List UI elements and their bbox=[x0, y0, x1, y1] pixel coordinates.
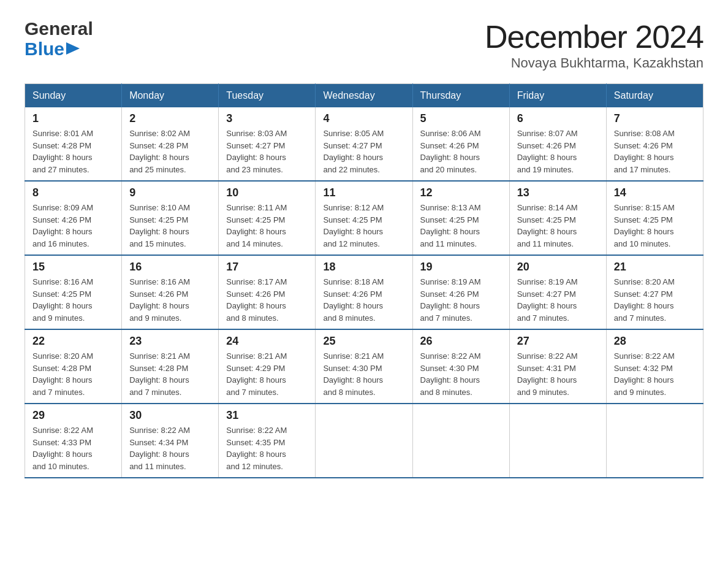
day-number: 15 bbox=[32, 261, 114, 274]
day-info: Sunrise: 8:03 AM Sunset: 4:27 PM Dayligh… bbox=[226, 128, 308, 175]
calendar-cell: 1Sunrise: 8:01 AM Sunset: 4:28 PM Daylig… bbox=[25, 107, 122, 181]
day-number: 10 bbox=[226, 186, 308, 199]
calendar-cell: 22Sunrise: 8:20 AM Sunset: 4:28 PM Dayli… bbox=[25, 329, 122, 404]
day-number: 7 bbox=[614, 112, 696, 125]
week-row-4: 22Sunrise: 8:20 AM Sunset: 4:28 PM Dayli… bbox=[25, 329, 703, 404]
calendar-cell: 17Sunrise: 8:17 AM Sunset: 4:26 PM Dayli… bbox=[219, 255, 316, 329]
calendar-cell: 25Sunrise: 8:21 AM Sunset: 4:30 PM Dayli… bbox=[316, 329, 412, 404]
day-number: 31 bbox=[226, 409, 308, 422]
calendar-cell bbox=[316, 404, 412, 478]
day-info: Sunrise: 8:19 AM Sunset: 4:27 PM Dayligh… bbox=[517, 276, 599, 324]
calendar-cell: 28Sunrise: 8:22 AM Sunset: 4:32 PM Dayli… bbox=[606, 329, 703, 404]
day-number: 9 bbox=[129, 186, 211, 199]
weekday-monday: Monday bbox=[122, 84, 219, 108]
day-info: Sunrise: 8:02 AM Sunset: 4:28 PM Dayligh… bbox=[129, 128, 211, 175]
calendar-cell: 15Sunrise: 8:16 AM Sunset: 4:25 PM Dayli… bbox=[25, 255, 122, 329]
day-number: 3 bbox=[226, 112, 308, 125]
location-title: Novaya Bukhtarma, Kazakhstan bbox=[485, 55, 703, 71]
calendar-cell bbox=[509, 404, 606, 478]
svg-marker-0 bbox=[66, 42, 80, 55]
calendar-cell: 2Sunrise: 8:02 AM Sunset: 4:28 PM Daylig… bbox=[122, 107, 219, 181]
day-info: Sunrise: 8:12 AM Sunset: 4:25 PM Dayligh… bbox=[323, 202, 404, 250]
calendar-cell: 10Sunrise: 8:11 AM Sunset: 4:25 PM Dayli… bbox=[219, 181, 316, 255]
weekday-saturday: Saturday bbox=[606, 84, 703, 108]
day-number: 2 bbox=[129, 112, 211, 125]
weekday-tuesday: Tuesday bbox=[219, 84, 316, 108]
calendar-cell: 6Sunrise: 8:07 AM Sunset: 4:26 PM Daylig… bbox=[509, 107, 606, 181]
weekday-sunday: Sunday bbox=[25, 84, 122, 108]
week-row-5: 29Sunrise: 8:22 AM Sunset: 4:33 PM Dayli… bbox=[25, 404, 703, 478]
day-info: Sunrise: 8:17 AM Sunset: 4:26 PM Dayligh… bbox=[226, 276, 308, 324]
weekday-wednesday: Wednesday bbox=[316, 84, 412, 108]
weekday-row: SundayMondayTuesdayWednesdayThursdayFrid… bbox=[25, 84, 703, 108]
calendar-cell: 31Sunrise: 8:22 AM Sunset: 4:35 PM Dayli… bbox=[219, 404, 316, 478]
day-info: Sunrise: 8:16 AM Sunset: 4:25 PM Dayligh… bbox=[32, 276, 114, 324]
day-info: Sunrise: 8:21 AM Sunset: 4:30 PM Dayligh… bbox=[323, 350, 404, 398]
day-number: 30 bbox=[129, 409, 211, 422]
day-info: Sunrise: 8:11 AM Sunset: 4:25 PM Dayligh… bbox=[226, 202, 308, 250]
day-number: 29 bbox=[32, 409, 114, 422]
day-info: Sunrise: 8:09 AM Sunset: 4:26 PM Dayligh… bbox=[32, 202, 114, 250]
calendar-cell: 21Sunrise: 8:20 AM Sunset: 4:27 PM Dayli… bbox=[606, 255, 703, 329]
day-info: Sunrise: 8:22 AM Sunset: 4:31 PM Dayligh… bbox=[517, 350, 599, 398]
day-info: Sunrise: 8:20 AM Sunset: 4:27 PM Dayligh… bbox=[614, 276, 696, 324]
page-header: General Blue December 2024 Novaya Bukhta… bbox=[25, 18, 703, 71]
day-info: Sunrise: 8:22 AM Sunset: 4:34 PM Dayligh… bbox=[129, 424, 211, 472]
calendar-cell: 29Sunrise: 8:22 AM Sunset: 4:33 PM Dayli… bbox=[25, 404, 122, 478]
day-info: Sunrise: 8:16 AM Sunset: 4:26 PM Dayligh… bbox=[129, 276, 211, 324]
day-info: Sunrise: 8:21 AM Sunset: 4:28 PM Dayligh… bbox=[129, 350, 211, 398]
calendar-cell: 20Sunrise: 8:19 AM Sunset: 4:27 PM Dayli… bbox=[509, 255, 606, 329]
calendar-cell: 18Sunrise: 8:18 AM Sunset: 4:26 PM Dayli… bbox=[316, 255, 412, 329]
weekday-thursday: Thursday bbox=[412, 84, 509, 108]
calendar-cell: 9Sunrise: 8:10 AM Sunset: 4:25 PM Daylig… bbox=[122, 181, 219, 255]
day-info: Sunrise: 8:22 AM Sunset: 4:32 PM Dayligh… bbox=[614, 350, 696, 398]
day-number: 1 bbox=[32, 112, 114, 125]
day-number: 13 bbox=[517, 186, 599, 199]
calendar-table: SundayMondayTuesdayWednesdayThursdayFrid… bbox=[25, 83, 703, 478]
logo-arrow-icon bbox=[66, 42, 80, 55]
day-number: 25 bbox=[323, 335, 404, 348]
calendar-cell: 24Sunrise: 8:21 AM Sunset: 4:29 PM Dayli… bbox=[219, 329, 316, 404]
day-number: 11 bbox=[323, 186, 404, 199]
logo-line1: General bbox=[25, 18, 93, 39]
calendar-cell bbox=[606, 404, 703, 478]
day-number: 28 bbox=[614, 335, 696, 348]
calendar-cell: 19Sunrise: 8:19 AM Sunset: 4:26 PM Dayli… bbox=[412, 255, 509, 329]
week-row-1: 1Sunrise: 8:01 AM Sunset: 4:28 PM Daylig… bbox=[25, 107, 703, 181]
day-number: 20 bbox=[517, 261, 599, 274]
day-info: Sunrise: 8:06 AM Sunset: 4:26 PM Dayligh… bbox=[420, 128, 502, 175]
title-section: December 2024 Novaya Bukhtarma, Kazakhst… bbox=[485, 18, 703, 71]
logo-line2: Blue bbox=[25, 39, 93, 59]
day-info: Sunrise: 8:13 AM Sunset: 4:25 PM Dayligh… bbox=[420, 202, 502, 250]
day-info: Sunrise: 8:07 AM Sunset: 4:26 PM Dayligh… bbox=[517, 128, 599, 175]
day-number: 6 bbox=[517, 112, 599, 125]
calendar-cell: 30Sunrise: 8:22 AM Sunset: 4:34 PM Dayli… bbox=[122, 404, 219, 478]
calendar-cell: 16Sunrise: 8:16 AM Sunset: 4:26 PM Dayli… bbox=[122, 255, 219, 329]
day-info: Sunrise: 8:10 AM Sunset: 4:25 PM Dayligh… bbox=[129, 202, 211, 250]
week-row-3: 15Sunrise: 8:16 AM Sunset: 4:25 PM Dayli… bbox=[25, 255, 703, 329]
day-number: 21 bbox=[614, 261, 696, 274]
day-number: 26 bbox=[420, 335, 502, 348]
calendar-header: SundayMondayTuesdayWednesdayThursdayFrid… bbox=[25, 84, 703, 108]
day-info: Sunrise: 8:01 AM Sunset: 4:28 PM Dayligh… bbox=[32, 128, 114, 175]
calendar-cell: 12Sunrise: 8:13 AM Sunset: 4:25 PM Dayli… bbox=[412, 181, 509, 255]
day-info: Sunrise: 8:21 AM Sunset: 4:29 PM Dayligh… bbox=[226, 350, 308, 398]
calendar-cell: 3Sunrise: 8:03 AM Sunset: 4:27 PM Daylig… bbox=[219, 107, 316, 181]
calendar-cell: 8Sunrise: 8:09 AM Sunset: 4:26 PM Daylig… bbox=[25, 181, 122, 255]
day-number: 12 bbox=[420, 186, 502, 199]
calendar-cell: 26Sunrise: 8:22 AM Sunset: 4:30 PM Dayli… bbox=[412, 329, 509, 404]
day-number: 22 bbox=[32, 335, 114, 348]
day-number: 8 bbox=[32, 186, 114, 199]
calendar-cell: 11Sunrise: 8:12 AM Sunset: 4:25 PM Dayli… bbox=[316, 181, 412, 255]
day-info: Sunrise: 8:22 AM Sunset: 4:30 PM Dayligh… bbox=[420, 350, 502, 398]
day-info: Sunrise: 8:18 AM Sunset: 4:26 PM Dayligh… bbox=[323, 276, 404, 324]
calendar-cell bbox=[412, 404, 509, 478]
calendar-cell: 5Sunrise: 8:06 AM Sunset: 4:26 PM Daylig… bbox=[412, 107, 509, 181]
day-info: Sunrise: 8:22 AM Sunset: 4:35 PM Dayligh… bbox=[226, 424, 308, 472]
day-number: 4 bbox=[323, 112, 404, 125]
day-number: 14 bbox=[614, 186, 696, 199]
calendar-cell: 14Sunrise: 8:15 AM Sunset: 4:25 PM Dayli… bbox=[606, 181, 703, 255]
day-info: Sunrise: 8:15 AM Sunset: 4:25 PM Dayligh… bbox=[614, 202, 696, 250]
day-info: Sunrise: 8:20 AM Sunset: 4:28 PM Dayligh… bbox=[32, 350, 114, 398]
calendar-cell: 13Sunrise: 8:14 AM Sunset: 4:25 PM Dayli… bbox=[509, 181, 606, 255]
